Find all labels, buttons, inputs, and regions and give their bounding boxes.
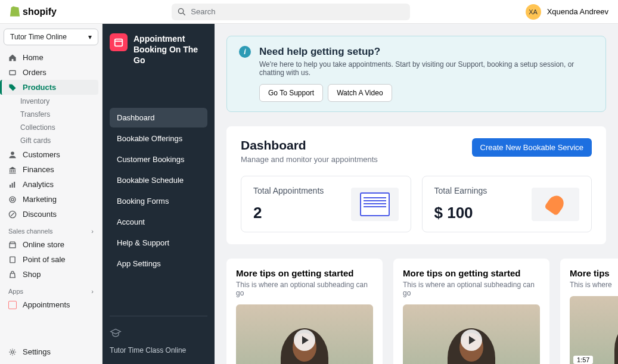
sidebar-label: Appointments bbox=[23, 300, 70, 309]
stat-label: Total Appointments bbox=[253, 186, 324, 195]
stat-value: 2 bbox=[253, 204, 324, 222]
header-text: Sales channels bbox=[8, 228, 53, 235]
search-input[interactable]: Search bbox=[172, 4, 410, 20]
sidebar-item-pos[interactable]: Point of sale bbox=[4, 252, 98, 267]
sidebar-item-customers[interactable]: Customers bbox=[4, 147, 98, 162]
search-placeholder: Search bbox=[191, 7, 215, 16]
create-service-button[interactable]: Create New Bookable Service bbox=[472, 138, 592, 157]
sidebar-item-settings[interactable]: Settings bbox=[4, 344, 98, 359]
channels-header: Sales channels › bbox=[4, 222, 98, 237]
search-icon bbox=[178, 8, 186, 16]
sidebar-sub-collections[interactable]: Collections bbox=[4, 121, 98, 134]
tip-card[interactable]: More tips on getting started This is whe… bbox=[226, 259, 383, 364]
svg-point-8 bbox=[11, 198, 14, 200]
sidebar-item-orders[interactable]: Orders bbox=[4, 65, 98, 80]
shopify-bag-icon bbox=[10, 6, 20, 18]
user-name: Xquenda Andreev bbox=[547, 7, 608, 16]
stat-appointments: Total Appointments 2 bbox=[241, 176, 411, 232]
sidebar-item-marketing[interactable]: Marketing bbox=[4, 192, 98, 207]
dashboard-card: Dashboard Manage and monitor your appoin… bbox=[226, 126, 606, 244]
gear-icon bbox=[8, 348, 17, 356]
sidebar-label: Marketing bbox=[23, 195, 57, 204]
tips-row: More tips on getting started This is whe… bbox=[226, 259, 618, 364]
sidebar-item-discounts[interactable]: Discounts bbox=[4, 207, 98, 222]
user-menu[interactable]: XA Xquenda Andreev bbox=[526, 4, 608, 20]
calendar-illustration bbox=[351, 188, 399, 221]
video-duration: 1:57 bbox=[573, 356, 593, 364]
chevron-down-icon: ▾ bbox=[88, 33, 92, 41]
nav-help-support[interactable]: Help & Support bbox=[110, 233, 207, 253]
svg-point-13 bbox=[11, 350, 14, 353]
svg-rect-2 bbox=[10, 70, 15, 74]
sidebar-sub-giftcards[interactable]: Gift cards bbox=[4, 134, 98, 147]
stat-value: $ 100 bbox=[434, 204, 487, 222]
stat-label: Total Earnings bbox=[434, 186, 487, 195]
main-content: i Need help getting setup? We're here to… bbox=[215, 24, 618, 364]
tip-subtitle: This is where an optional subheading can… bbox=[403, 281, 540, 297]
pos-icon bbox=[8, 256, 17, 264]
play-icon bbox=[294, 329, 315, 351]
top-bar: shopify Search XA Xquenda Andreev bbox=[0, 0, 618, 24]
person-icon bbox=[8, 151, 17, 159]
svg-point-0 bbox=[179, 8, 184, 13]
shopify-logo[interactable]: shopify bbox=[10, 6, 57, 18]
svg-point-7 bbox=[10, 197, 15, 203]
discount-icon bbox=[8, 210, 17, 219]
home-icon bbox=[8, 54, 17, 62]
brand-text: shopify bbox=[23, 7, 57, 17]
target-icon bbox=[8, 195, 17, 204]
orders-icon bbox=[8, 69, 17, 77]
sidebar-item-home[interactable]: Home bbox=[4, 50, 98, 65]
tip-title: More tips bbox=[570, 268, 618, 278]
tip-title: More tips on getting started bbox=[403, 268, 540, 278]
page-subtitle: Manage and monitor your appointments bbox=[241, 155, 378, 164]
nav-bookable-offerings[interactable]: Bookable Offerings bbox=[110, 129, 207, 148]
app-calendar-icon bbox=[110, 33, 128, 51]
svg-rect-11 bbox=[10, 243, 15, 247]
nav-dashboard[interactable]: Dashboard bbox=[110, 108, 207, 127]
alert-title: Need help getting setup? bbox=[259, 46, 594, 58]
sidebar-item-shop[interactable]: Shop bbox=[4, 267, 98, 282]
tip-video-thumbnail[interactable]: 1:57 bbox=[403, 304, 540, 364]
svg-rect-12 bbox=[10, 257, 15, 263]
footer-text: Tutor Time Class Online bbox=[110, 346, 207, 354]
sidebar-item-analytics[interactable]: Analytics bbox=[4, 177, 98, 192]
nav-booking-forms[interactable]: Booking Forms bbox=[110, 191, 207, 211]
tip-video-thumbnail[interactable]: 1:57 bbox=[570, 296, 618, 364]
tip-card[interactable]: More tips This is where 1:57 bbox=[560, 259, 618, 364]
sidebar-label: Finances bbox=[23, 165, 54, 174]
sidebar-label: Shop bbox=[23, 270, 41, 279]
nav-bookable-schedule[interactable]: Bookable Schedule bbox=[110, 170, 207, 190]
nav-app-settings[interactable]: App Settings bbox=[110, 254, 207, 273]
svg-rect-5 bbox=[12, 183, 13, 188]
app-title: Appointment Booking On The Go bbox=[133, 33, 207, 66]
sidebar-item-finances[interactable]: Finances bbox=[4, 162, 98, 177]
nav-account[interactable]: Account bbox=[110, 212, 207, 232]
tip-subtitle: This is where bbox=[570, 281, 618, 289]
shopify-sidebar: Tutor Time Online ▾ Home Orders Products… bbox=[0, 24, 103, 364]
svg-line-10 bbox=[11, 213, 14, 216]
sidebar-sub-transfers[interactable]: Transfers bbox=[4, 108, 98, 121]
go-to-support-button[interactable]: Go To Support bbox=[259, 84, 323, 102]
chevron-right-icon[interactable]: › bbox=[91, 288, 94, 295]
tip-video-thumbnail[interactable]: 1:57 bbox=[236, 304, 373, 364]
graduation-cap-icon bbox=[110, 327, 122, 339]
bank-icon bbox=[8, 166, 17, 174]
sidebar-item-online-store[interactable]: Online store bbox=[4, 237, 98, 252]
stat-earnings: Total Earnings $ 100 bbox=[422, 176, 592, 232]
sidebar-item-products[interactable]: Products bbox=[0, 80, 98, 95]
sidebar-sub-inventory[interactable]: Inventory bbox=[4, 95, 98, 108]
sidebar-item-appointments[interactable]: Appointments bbox=[4, 297, 98, 312]
header-text: Apps bbox=[8, 288, 23, 295]
tip-card[interactable]: More tips on getting started This is whe… bbox=[393, 259, 549, 364]
apps-header: Apps › bbox=[4, 282, 98, 297]
rocket-illustration bbox=[532, 188, 579, 221]
chevron-right-icon[interactable]: › bbox=[91, 228, 94, 235]
watch-video-button[interactable]: Watch A Video bbox=[328, 84, 392, 102]
sidebar-label: Online store bbox=[23, 240, 64, 249]
nav-customer-bookings[interactable]: Customer Bookings bbox=[110, 150, 207, 169]
sidebar-label: Analytics bbox=[23, 180, 54, 189]
sidebar-label: Point of sale bbox=[23, 255, 66, 264]
store-selector[interactable]: Tutor Time Online ▾ bbox=[4, 29, 98, 45]
tag-icon bbox=[8, 83, 17, 92]
